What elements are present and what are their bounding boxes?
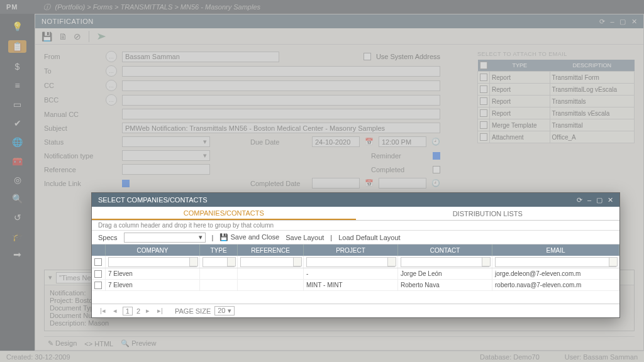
attach-row-check[interactable] — [480, 85, 487, 93]
col-type[interactable]: TYPE — [200, 244, 238, 256]
manualcc-input[interactable] — [122, 109, 440, 119]
pagesize-select[interactable]: 20 ▾ — [214, 306, 234, 315]
tab-companies[interactable]: COMPANIES/CONTACTS — [92, 207, 356, 220]
from-input[interactable]: Bassam Samman — [122, 52, 279, 62]
to-input[interactable] — [122, 66, 440, 77]
due-time-input[interactable]: 12:00 PM — [379, 136, 426, 147]
clock-icon[interactable]: 🕘 — [431, 138, 440, 146]
completed-checkbox[interactable] — [433, 166, 440, 173]
row-check[interactable] — [94, 282, 102, 289]
group-bar[interactable]: Drag a column header and drop it here to… — [92, 221, 619, 231]
breadcrumb[interactable]: (Portfolio) > Forms > TRANSMITTALS > MN5… — [55, 3, 261, 11]
nav-bulb-icon[interactable]: 💡 — [12, 21, 23, 31]
pager-next-page[interactable]: 2 — [136, 307, 140, 315]
save-icon[interactable]: 💾 — [42, 31, 52, 41]
nav-univ-icon[interactable]: 🎓 — [12, 231, 23, 241]
subject-input[interactable]: PMWeb Notification: Transmittals MN56 - … — [122, 123, 440, 133]
inclink-checkbox[interactable] — [122, 180, 130, 187]
filter-contact[interactable] — [401, 257, 489, 267]
table-row[interactable]: 7 Eleven - Jorge De León jorge.deleon@7-… — [92, 268, 619, 280]
pager-first-icon[interactable]: |◂ — [98, 307, 108, 315]
filter-icon[interactable] — [189, 257, 198, 266]
pager-last-icon[interactable]: ▸| — [155, 307, 165, 315]
grid-check-all[interactable] — [94, 258, 102, 266]
save-close-button[interactable]: 💾 Save and Close — [219, 233, 279, 241]
attach-check-all[interactable] — [480, 62, 487, 69]
calendar-icon[interactable]: 📅 — [365, 179, 374, 187]
nav-cost-icon[interactable]: $ — [15, 62, 20, 72]
filter-icon[interactable] — [482, 257, 491, 266]
filter-ref[interactable] — [240, 257, 301, 267]
mode-html[interactable]: <> HTML — [84, 340, 113, 348]
attach-col-desc[interactable]: DESCRIPTION — [550, 60, 634, 72]
filter-email[interactable] — [495, 257, 616, 267]
calendar-icon[interactable]: 📅 — [365, 138, 374, 146]
reminder-checkbox[interactable] — [433, 152, 440, 160]
from-picker[interactable]: … — [106, 51, 117, 62]
specs-select[interactable]: ▾ — [124, 233, 206, 243]
refresh-icon[interactable]: ⟳ — [599, 18, 606, 26]
minimize-icon[interactable]: – — [610, 18, 614, 25]
load-layout-button[interactable]: Load Default Layout — [338, 234, 400, 241]
table-row[interactable]: 7 Eleven MINT - MINT Roberto Nava robert… — [92, 280, 619, 291]
ctime-input[interactable] — [379, 178, 426, 189]
bcc-picker[interactable]: … — [106, 94, 117, 106]
filter-company[interactable] — [108, 257, 197, 267]
ref-input[interactable] — [122, 164, 210, 175]
info-icon[interactable]: ⓘ — [43, 3, 50, 12]
close-icon[interactable]: ✕ — [631, 18, 638, 26]
usesys-checkbox[interactable] — [364, 53, 371, 60]
pager-next-icon[interactable]: ▸ — [144, 307, 152, 315]
modal-maximize-icon[interactable]: ▢ — [596, 196, 602, 204]
rte-group-icon[interactable]: ▾ — [48, 273, 52, 282]
attach-row-check[interactable] — [480, 133, 487, 141]
col-email[interactable]: EMAIL — [492, 244, 619, 256]
nav-search-icon[interactable]: 🔍 — [12, 194, 23, 204]
pager-page[interactable]: 1 — [123, 307, 133, 315]
tab-distribution[interactable]: DISTRIBUTION LISTS — [356, 207, 620, 220]
cancel-icon[interactable]: ⊘ — [74, 31, 81, 41]
cdate-input[interactable] — [312, 178, 360, 189]
filter-icon[interactable] — [293, 257, 302, 266]
nav-port-icon[interactable]: 🌐 — [12, 137, 23, 147]
nav-asset-icon[interactable]: ▭ — [13, 99, 21, 109]
modal-close-icon[interactable]: ✕ — [608, 196, 613, 204]
filter-icon[interactable] — [387, 257, 396, 266]
save-layout-button[interactable]: Save Layout — [286, 234, 324, 241]
clock-icon[interactable]: 🕘 — [431, 179, 440, 187]
col-ref[interactable]: REFERENCE — [238, 244, 304, 256]
nav-forms-icon[interactable]: 📋 — [8, 40, 26, 53]
attach-row-check[interactable] — [480, 121, 487, 129]
bcc-input[interactable] — [122, 95, 440, 106]
nav-exit-icon[interactable]: ⮕ — [13, 250, 22, 260]
cc-input[interactable] — [122, 80, 440, 91]
filter-icon[interactable] — [227, 257, 236, 266]
row-check[interactable] — [94, 270, 102, 278]
col-project[interactable]: PROJECT — [304, 244, 398, 256]
col-contact[interactable]: CONTACT — [398, 244, 492, 256]
nav-sched-icon[interactable]: ≡ — [14, 80, 19, 90]
attach-col-type[interactable]: TYPE — [490, 60, 550, 72]
modal-refresh-icon[interactable]: ⟳ — [577, 196, 582, 204]
cc-picker[interactable]: … — [106, 80, 117, 91]
new-icon[interactable]: 🗎 — [58, 31, 67, 41]
filter-icon[interactable] — [609, 257, 618, 266]
nav-recent-icon[interactable]: ↺ — [14, 212, 21, 222]
send-icon[interactable]: ➤ — [96, 30, 106, 42]
nav-tools-icon[interactable]: 🧰 — [12, 156, 23, 166]
ntype-select[interactable] — [122, 150, 210, 161]
maximize-icon[interactable]: ▢ — [619, 18, 626, 26]
attach-row-check[interactable] — [480, 109, 487, 117]
mode-preview[interactable]: 🔍 Preview — [121, 339, 156, 348]
to-picker[interactable]: … — [106, 65, 117, 77]
mode-design[interactable]: ✎ Design — [48, 339, 77, 348]
nav-home-icon[interactable]: ◎ — [14, 175, 21, 185]
pager-prev-icon[interactable]: ◂ — [111, 307, 119, 315]
col-company[interactable]: COMPANY — [106, 244, 200, 256]
attach-row-check[interactable] — [480, 74, 487, 81]
modal-minimize-icon[interactable]: – — [587, 196, 591, 204]
col-check[interactable] — [92, 244, 106, 256]
status-select[interactable] — [122, 136, 210, 147]
nav-work-icon[interactable]: ✔ — [14, 118, 21, 128]
attach-row-check[interactable] — [480, 97, 487, 105]
